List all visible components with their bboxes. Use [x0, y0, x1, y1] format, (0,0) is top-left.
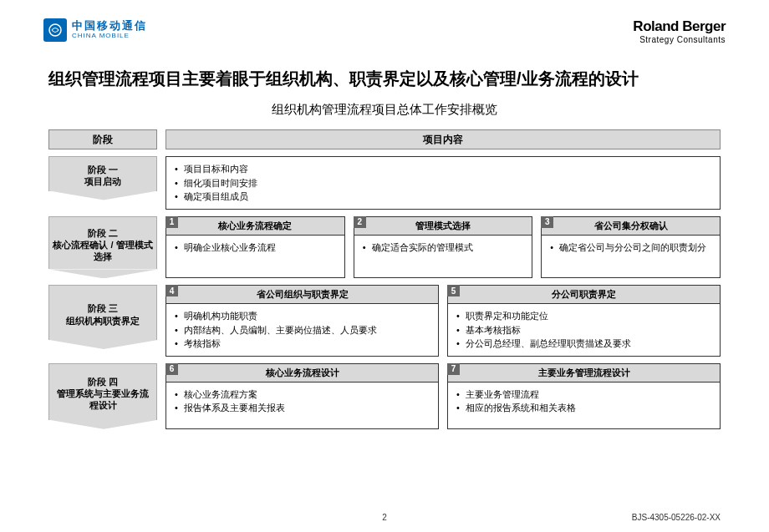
list-item: 基本考核指标	[456, 323, 711, 337]
col-header-content: 项目内容	[166, 129, 721, 149]
list-item: 考核指标	[175, 337, 430, 351]
roland-berger-logo: Roland Berger Strategy Consultants	[633, 18, 726, 44]
box-title: 分公司职责界定	[448, 286, 720, 304]
page-number: 2	[382, 513, 387, 522]
box-4: 4 省公司组织与职责界定 明确机构功能职责 内部结构、人员编制、主要岗位描述、人…	[166, 285, 439, 357]
phase-4-row: 阶段 四 管理系统与主要业务流程设计 6 核心业务流程设计 核心业务流程方案 报…	[48, 363, 721, 429]
box-title: 省公司集分权确认	[542, 217, 720, 236]
phase-1-row: 阶段 一 项目启动 项目目标和内容 细化项目时间安排 确定项目组成员	[48, 156, 721, 210]
phase-1-box: 项目目标和内容 细化项目时间安排 确定项目组成员	[166, 156, 721, 210]
logo-cn-text: 中国移动通信	[72, 20, 147, 32]
rb-subtitle: Strategy Consultants	[633, 35, 726, 44]
list-item: 核心业务流程方案	[175, 388, 430, 402]
list-item: 确定省公司与分公司之间的职责划分	[550, 241, 711, 255]
box-title: 省公司组织与职责界定	[166, 286, 438, 304]
phase-3-label: 阶段 三 组织机构职责界定	[48, 285, 157, 340]
china-mobile-logo: 中国移动通信 CHINA MOBILE	[43, 18, 147, 42]
box-5: 5 分公司职责界定 职责界定和功能定位 基本考核指标 分公司总经理、副总经理职责…	[447, 285, 721, 357]
svg-point-0	[49, 24, 61, 36]
box-3: 3 省公司集分权确认 确定省公司与分公司之间的职责划分	[541, 216, 721, 279]
box-2: 2 管理模式选择 确定适合实际的管理模式	[354, 216, 533, 279]
list-item: 确定适合实际的管理模式	[363, 241, 524, 255]
box-title: 核心业务流程设计	[166, 364, 438, 383]
list-item: 明确企业核心业务流程	[175, 241, 336, 255]
box-title: 管理模式选择	[354, 217, 532, 236]
box-number: 1	[166, 216, 178, 228]
china-mobile-icon	[43, 18, 67, 42]
slide-footer: 2 BJS-4305-05226-02-XX	[0, 513, 769, 522]
box-number: 4	[166, 285, 178, 296]
box-title: 主要业务管理流程设计	[448, 364, 720, 383]
rb-name: Roland Berger	[633, 18, 726, 35]
box-6: 6 核心业务流程设计 核心业务流程方案 报告体系及主要相关报表	[166, 363, 439, 429]
doc-code: BJS-4305-05226-02-XX	[632, 513, 721, 522]
list-item: 分公司总经理、副总经理职责描述及要求	[456, 337, 711, 351]
list-item: 项目目标和内容	[175, 162, 711, 176]
phase-1-label: 阶段 一 项目启动	[48, 156, 157, 191]
list-item: 明确机构功能职责	[175, 309, 430, 323]
phase-2-label: 阶段 二 核心流程确认 / 管理模式选择	[48, 216, 157, 270]
box-number: 3	[541, 216, 553, 228]
page-subtitle: 组织机构管理流程项目总体工作安排概览	[0, 102, 769, 129]
list-item: 细化项目时间安排	[175, 176, 711, 190]
list-item: 报告体系及主要相关报表	[175, 401, 430, 415]
phase-3-row: 阶段 三 组织机构职责界定 4 省公司组织与职责界定 明确机构功能职责 内部结构…	[48, 285, 721, 357]
phase-4-label: 阶段 四 管理系统与主要业务流程设计	[48, 363, 157, 420]
logo-en-text: CHINA MOBILE	[72, 33, 147, 40]
box-number: 6	[166, 363, 178, 375]
list-item: 确定项目组成员	[175, 190, 711, 204]
page-title: 组织管理流程项目主要着眼于组织机构、职责界定以及核心管理/业务流程的设计	[0, 44, 769, 102]
box-7: 7 主要业务管理流程设计 主要业务管理流程 相应的报告系统和相关表格	[447, 363, 721, 429]
diagram-content: 阶段 项目内容 阶段 一 项目启动 项目目标和内容 细化项目时间安排 确定项目组…	[0, 129, 769, 429]
box-number: 2	[354, 216, 366, 228]
box-title: 核心业务流程确定	[166, 217, 344, 236]
list-item: 主要业务管理流程	[456, 388, 711, 402]
slide-header: 中国移动通信 CHINA MOBILE Roland Berger Strate…	[0, 0, 769, 44]
box-1: 1 核心业务流程确定 明确企业核心业务流程	[166, 216, 345, 279]
list-item: 职责界定和功能定位	[456, 309, 711, 323]
col-header-phase: 阶段	[48, 129, 157, 149]
box-number: 5	[447, 285, 460, 296]
phase-2-row: 阶段 二 核心流程确认 / 管理模式选择 1 核心业务流程确定 明确企业核心业务…	[48, 216, 721, 279]
header-row: 阶段 项目内容	[48, 129, 721, 149]
list-item: 相应的报告系统和相关表格	[456, 401, 711, 415]
list-item: 内部结构、人员编制、主要岗位描述、人员要求	[175, 323, 430, 337]
box-number: 7	[447, 363, 460, 375]
